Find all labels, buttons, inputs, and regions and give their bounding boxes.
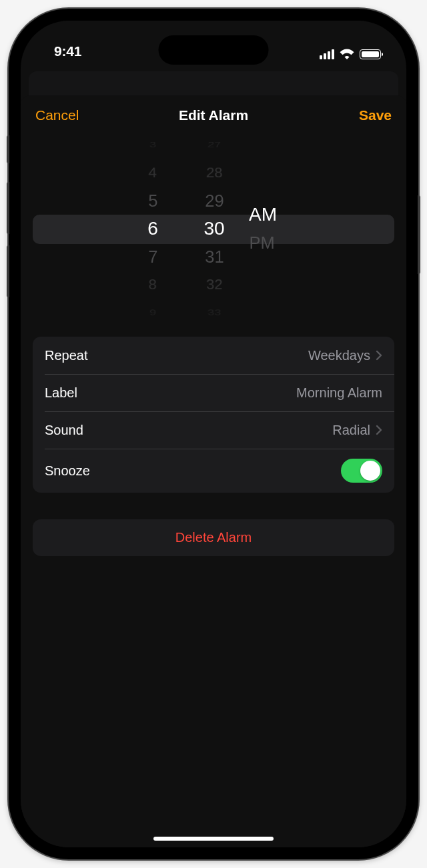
chevron-right-icon (376, 350, 382, 361)
repeat-row[interactable]: Repeat Weekdays (33, 337, 394, 374)
picker-hour-selected[interactable]: 6 (147, 215, 158, 243)
hour-picker-column[interactable]: 3 4 5 6 7 8 9 (122, 139, 183, 318)
edit-alarm-sheet: Cancel Edit Alarm Save 3 4 5 6 7 8 9 (21, 95, 406, 847)
ampm-picker-column[interactable]: AM PM (245, 201, 305, 257)
status-time: 9:41 (54, 43, 81, 59)
delete-group: Delete Alarm (33, 519, 394, 556)
picker-hour-option[interactable]: 7 (148, 243, 157, 270)
snooze-label: Snooze (45, 463, 90, 479)
battery-icon (360, 49, 381, 59)
chevron-right-icon (376, 425, 382, 435)
toggle-knob (360, 461, 380, 481)
picker-ampm-option[interactable]: PM (249, 229, 274, 256)
nav-bar: Cancel Edit Alarm Save (21, 95, 406, 133)
delete-alarm-button[interactable]: Delete Alarm (33, 519, 394, 556)
repeat-label: Repeat (45, 348, 88, 363)
picker-minute-option[interactable]: 31 (205, 243, 224, 270)
picker-minute-option[interactable]: 33 (206, 304, 222, 318)
sound-row[interactable]: Sound Radial (33, 411, 394, 449)
phone-screen: 9:41 Cancel Edit Alarm Save (21, 21, 406, 847)
minute-picker-column[interactable]: 27 28 29 30 31 32 33 (183, 139, 245, 318)
label-value: Morning Alarm (296, 385, 382, 401)
picker-ampm-selected[interactable]: AM (249, 201, 277, 229)
picker-hour-option[interactable]: 4 (148, 161, 157, 185)
status-icons (320, 49, 381, 59)
save-button[interactable]: Save (359, 107, 392, 123)
picker-minute-option[interactable]: 29 (205, 187, 224, 214)
cellular-icon (320, 49, 334, 59)
label-label: Label (45, 385, 77, 401)
volume-down-button (7, 245, 9, 297)
picker-minute-option[interactable]: 32 (205, 272, 223, 296)
home-indicator[interactable] (153, 837, 274, 841)
mute-switch (7, 135, 9, 163)
page-title: Edit Alarm (179, 107, 248, 123)
side-button (418, 195, 420, 274)
wifi-icon (340, 49, 354, 59)
alarm-settings-group: Repeat Weekdays Label Morning Alarm (33, 337, 394, 493)
sheet-background-peek (21, 71, 406, 89)
volume-up-button (7, 182, 9, 234)
snooze-toggle[interactable] (341, 459, 382, 483)
sound-label: Sound (45, 423, 83, 438)
picker-minute-option[interactable]: 28 (205, 161, 223, 185)
picker-minute-selected[interactable]: 30 (203, 215, 224, 243)
picker-hour-option[interactable]: 8 (148, 272, 157, 296)
cancel-button[interactable]: Cancel (35, 107, 79, 123)
picker-minute-option[interactable]: 27 (206, 139, 222, 153)
picker-hour-option[interactable]: 9 (149, 304, 157, 318)
sound-value: Radial (332, 423, 370, 438)
time-picker[interactable]: 3 4 5 6 7 8 9 27 28 29 30 31 32 (33, 139, 394, 318)
label-row[interactable]: Label Morning Alarm (33, 374, 394, 411)
picker-hour-option[interactable]: 5 (148, 187, 157, 214)
snooze-row: Snooze (33, 449, 394, 493)
dynamic-island (159, 35, 269, 65)
phone-frame: 9:41 Cancel Edit Alarm Save (9, 9, 418, 859)
repeat-value: Weekdays (308, 348, 370, 363)
picker-hour-option[interactable]: 3 (149, 139, 157, 153)
